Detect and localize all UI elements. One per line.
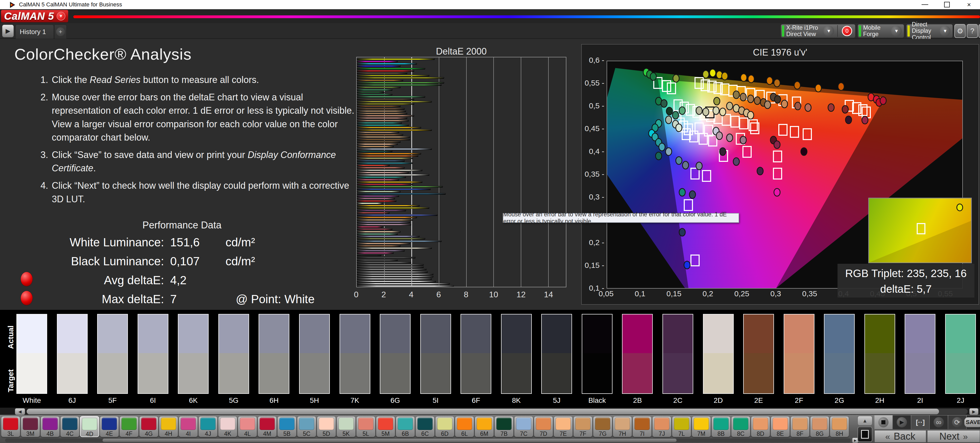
- patch-button-6L[interactable]: 6L: [455, 416, 474, 437]
- patch-button-4L[interactable]: 4L: [238, 416, 257, 437]
- collapse-panel-button[interactable]: ◀: [978, 24, 980, 38]
- deltae-error-bar[interactable]: [357, 108, 405, 110]
- deltae-error-bar[interactable]: [357, 205, 420, 206]
- deltae-error-bar[interactable]: [357, 262, 411, 263]
- deltae-error-bar[interactable]: [357, 148, 432, 150]
- deltae-error-bar[interactable]: [357, 224, 411, 225]
- close-button[interactable]: ×: [958, 0, 980, 9]
- maximize-button[interactable]: [936, 0, 958, 9]
- deltae-error-bar[interactable]: [357, 273, 433, 275]
- patch-button-5L[interactable]: 5L: [356, 416, 375, 437]
- deltae-error-bar[interactable]: [357, 103, 414, 105]
- loop-button[interactable]: ⟳: [948, 415, 966, 429]
- deltae-error-bar[interactable]: [357, 179, 399, 181]
- patch-button-8G[interactable]: 8G: [810, 416, 829, 437]
- deltae-error-bar[interactable]: [357, 167, 405, 168]
- deltae-error-bar[interactable]: [357, 127, 421, 128]
- deltae-error-bar[interactable]: [357, 271, 428, 273]
- deltae-error-bar[interactable]: [357, 191, 401, 192]
- deltae-error-bar[interactable]: [357, 240, 442, 242]
- deltae-error-bar[interactable]: [357, 110, 406, 112]
- deltae-error-bar[interactable]: [357, 115, 414, 116]
- deltae-error-bar[interactable]: [357, 134, 403, 135]
- back-button[interactable]: « Back: [874, 430, 926, 443]
- deltae-error-bar[interactable]: [357, 136, 410, 138]
- deltae-error-bar[interactable]: [357, 252, 394, 254]
- deltae-error-bar[interactable]: [357, 170, 422, 171]
- deltae-error-bar[interactable]: [357, 283, 450, 284]
- deltae-error-bar[interactable]: [357, 75, 429, 76]
- deltae-error-bar[interactable]: [357, 181, 422, 183]
- patch-button-6C[interactable]: 6C: [415, 416, 434, 437]
- deltae-error-bar[interactable]: [357, 101, 432, 102]
- deltae-error-bar[interactable]: [357, 250, 405, 251]
- patch-button-7H[interactable]: 7H: [613, 416, 632, 437]
- patch-button-7D[interactable]: 7D: [534, 416, 553, 437]
- help-button[interactable]: ?: [967, 24, 978, 38]
- deltae-error-bar[interactable]: [357, 172, 409, 173]
- deltae-error-bar[interactable]: [357, 87, 401, 88]
- deltae-error-bar[interactable]: [357, 200, 396, 202]
- deltae-error-bar[interactable]: [357, 221, 410, 223]
- deltae-error-bar[interactable]: [357, 278, 432, 279]
- patch-button-4E[interactable]: 4E: [100, 416, 119, 437]
- comparator-scroll-right-button[interactable]: ▶: [969, 408, 978, 415]
- deltae-error-bar[interactable]: [357, 214, 438, 216]
- deltae-error-bar[interactable]: [357, 248, 432, 249]
- deltae-error-bar[interactable]: [357, 233, 398, 235]
- deltae-error-bar[interactable]: [357, 186, 443, 187]
- patch-button-8D[interactable]: 8D: [751, 416, 770, 437]
- deltae-error-bar[interactable]: [357, 198, 395, 199]
- patch-button-4G[interactable]: 4G: [139, 416, 158, 437]
- continuous-read-button[interactable]: ∞: [930, 415, 948, 429]
- deltae-error-bar[interactable]: [357, 129, 432, 131]
- deltae-error-bar[interactable]: [357, 82, 444, 84]
- comparator-scroll-left-button[interactable]: ◀: [15, 408, 25, 415]
- meter-dropdown-2[interactable]: Mobile Forge▼: [858, 24, 904, 38]
- play-button[interactable]: ▶: [893, 415, 911, 429]
- patch-button-6B[interactable]: 6B: [396, 416, 415, 437]
- deltae-error-bar[interactable]: [357, 254, 381, 256]
- comparator-scroll-thumb[interactable]: [27, 409, 939, 414]
- patch-button-5C[interactable]: 5C: [297, 416, 316, 437]
- deltae-error-bar[interactable]: [357, 70, 414, 72]
- deltae-error-bar[interactable]: [357, 105, 401, 107]
- deltae-error-bar[interactable]: [357, 162, 413, 164]
- deltae-error-bar[interactable]: [357, 238, 425, 240]
- deltae-error-bar[interactable]: [357, 65, 401, 67]
- deltae-error-bar[interactable]: [357, 120, 409, 121]
- deltae-error-bar[interactable]: [357, 207, 429, 209]
- deltae-error-bar[interactable]: [357, 59, 434, 60]
- deltae-error-bar[interactable]: [357, 219, 413, 221]
- deltae-error-bar[interactable]: [357, 132, 399, 133]
- deltae-error-bar[interactable]: [357, 79, 403, 81]
- patch-button-8F[interactable]: 8F: [791, 416, 810, 437]
- patch-button-7B[interactable]: 7B: [494, 416, 514, 437]
- chevron-down-icon[interactable]: ▼: [823, 25, 834, 37]
- patch-button-8B[interactable]: 8B: [711, 416, 731, 437]
- minimize-button[interactable]: [914, 0, 936, 9]
- comparator-scrollbar[interactable]: [27, 409, 968, 414]
- deltae-error-bar[interactable]: [357, 96, 425, 98]
- patch-button-7I[interactable]: 7I: [633, 416, 652, 437]
- deltae-error-bar[interactable]: [357, 189, 431, 190]
- deltae-error-bar[interactable]: [357, 285, 454, 287]
- logo-dropdown-icon[interactable]: ▼: [57, 12, 65, 21]
- deltae-error-bar[interactable]: [357, 264, 424, 265]
- patch-button-4C[interactable]: 4C: [60, 416, 80, 437]
- next-button[interactable]: Next »: [927, 430, 980, 443]
- deltae-error-bar[interactable]: [357, 217, 417, 218]
- deltae-error-bar[interactable]: [357, 259, 398, 261]
- patch-button-5M[interactable]: 5M: [376, 416, 395, 437]
- deltae-error-bar[interactable]: [357, 236, 420, 237]
- deltae-error-bar[interactable]: [357, 157, 413, 159]
- palette-scroll-thumb[interactable]: [102, 439, 676, 442]
- deltae-error-bar[interactable]: [357, 266, 424, 268]
- deltae-error-bar[interactable]: [357, 91, 384, 93]
- deltae-error-bar[interactable]: [357, 63, 417, 65]
- tab-history-1[interactable]: History 1: [15, 25, 54, 39]
- patch-button-3M[interactable]: 3M: [21, 416, 40, 437]
- patch-button-4I[interactable]: 4I: [179, 416, 198, 437]
- deltae-error-bar[interactable]: [357, 153, 421, 154]
- deltae-error-bar[interactable]: [357, 77, 444, 79]
